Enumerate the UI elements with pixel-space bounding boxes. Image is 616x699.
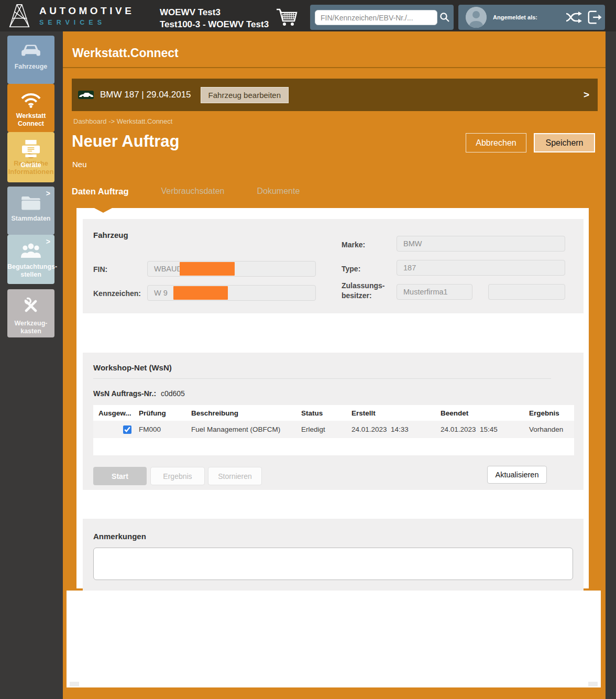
fin-label: FIN: bbox=[93, 265, 107, 275]
kennzeichen-label: Kennzeichen: bbox=[93, 289, 141, 299]
cell-status: Erledigt bbox=[296, 425, 346, 433]
table-empty-row bbox=[93, 438, 574, 455]
tools-icon bbox=[7, 297, 54, 318]
scroll-corner bbox=[70, 682, 79, 686]
zulassungsbesitzer-input[interactable] bbox=[397, 284, 472, 300]
car-icon bbox=[7, 43, 54, 61]
sidebar-item-stammdaten[interactable]: > Stammdaten bbox=[7, 187, 54, 235]
search-input[interactable] bbox=[315, 10, 437, 25]
zulassungsbesitzer-input-2[interactable] bbox=[488, 284, 565, 300]
wsn-auftrag-nr-label: WsN Auftrags-Nr.: bbox=[93, 389, 156, 398]
main-content-area: Werkstatt.Connect BMW 187 | 29.04.2015 F… bbox=[63, 31, 606, 699]
tab-content-panel: Fahrzeug FIN: Kennzeichen: Marke: Type: … bbox=[76, 208, 589, 588]
aktualisieren-button[interactable]: Aktualisieren bbox=[487, 466, 547, 484]
save-button[interactable]: Speichern bbox=[534, 133, 595, 152]
search-icon[interactable] bbox=[439, 12, 450, 25]
ergebnis-button[interactable]: Ergebnis bbox=[150, 467, 205, 485]
wsn-auftrag-nr-value: c0d605 bbox=[161, 389, 185, 398]
wsn-table: Ausgew... Prüfung Beschreibung Status Er… bbox=[93, 405, 574, 455]
col-header-erstellt: Erstellt bbox=[346, 409, 435, 417]
col-header-beschreibung: Beschreibung bbox=[186, 409, 296, 417]
section-title: Anmerkungen bbox=[93, 532, 146, 541]
redaction-block bbox=[173, 286, 228, 300]
vehicle-bar-label: BMW 187 | 29.04.2015 bbox=[100, 90, 191, 100]
car-side-icon bbox=[78, 91, 94, 99]
start-button[interactable]: Start bbox=[93, 467, 147, 485]
sidebar-item-werkstatt-connect[interactable]: Werkstatt Connect bbox=[7, 84, 54, 132]
col-header-pruefung: Prüfung bbox=[134, 409, 186, 417]
type-input[interactable] bbox=[397, 260, 565, 276]
row-checkbox-cell bbox=[93, 416, 134, 443]
chevron-right-icon: > bbox=[46, 189, 50, 198]
top-header: AUTOMOTIVE SERVICES WOEWV Test3 Test100-… bbox=[0, 0, 616, 31]
brand-text: AUTOMOTIVE SERVICES bbox=[39, 6, 134, 26]
sidebar-item-label: Stammdaten bbox=[7, 215, 54, 223]
wifi-icon bbox=[7, 91, 54, 110]
brand-line2: SERVICES bbox=[39, 19, 134, 26]
breadcrumb[interactable]: Dashboard -> Werkstatt.Connect bbox=[73, 117, 172, 125]
stornieren-button[interactable]: Stornieren bbox=[208, 467, 262, 485]
sidebar-item-werkzeugkasten[interactable]: Werkzeug- kasten bbox=[7, 289, 54, 337]
page-heading: Neuer Auftrag bbox=[72, 132, 180, 151]
edit-vehicle-button[interactable]: Fahrzeug bearbeiten bbox=[201, 87, 289, 103]
table-row[interactable]: FM000 Fuel Management (OBFCM) Erledigt 2… bbox=[93, 421, 574, 438]
cell-ergebnis: Vorhanden bbox=[524, 425, 574, 433]
header-title-line2: Test100-3 - WOEWV Test3 bbox=[160, 18, 269, 30]
sidebar-item-begutachtungsstellen[interactable]: > Begutachtungs- stellen bbox=[7, 235, 54, 284]
section-title: Workshop-Net (WsN) bbox=[93, 363, 172, 372]
redaction-block bbox=[180, 262, 235, 276]
chevron-right-icon[interactable]: > bbox=[584, 89, 589, 101]
sidebar-item-label: Begutachtungs- stellen bbox=[7, 263, 54, 279]
kennzeichen-input[interactable] bbox=[147, 285, 316, 301]
sidebar-item-label: Werkzeug- kasten bbox=[7, 320, 54, 335]
brand-line1: AUTOMOTIVE bbox=[39, 6, 134, 16]
cart-icon[interactable] bbox=[275, 6, 298, 28]
cell-beendet: 24.01.2023 15:45 bbox=[435, 425, 524, 433]
sidebar-item-label: Geräte bbox=[7, 161, 54, 169]
anmerkungen-textarea[interactable] bbox=[93, 548, 573, 580]
anmerkungen-section: Anmerkungen bbox=[83, 519, 584, 600]
active-tab-notch bbox=[94, 208, 112, 213]
wsn-row-checkbox[interactable] bbox=[123, 425, 131, 434]
zulassungsbesitzer-label: Zulassungs- besitzer: bbox=[342, 281, 384, 301]
sidebar-item-fahrzeuge[interactable]: Fahrzeuge bbox=[7, 36, 54, 84]
app-screen: AUTOMOTIVE SERVICES WOEWV Test3 Test100-… bbox=[0, 0, 616, 699]
tab-verbrauchsdaten[interactable]: Verbrauchsdaten bbox=[161, 187, 224, 196]
tab-dokumente[interactable]: Dokumente bbox=[257, 187, 300, 196]
type-label: Type: bbox=[342, 264, 360, 274]
switch-user-icon[interactable] bbox=[565, 11, 583, 24]
sidebar-item-label: Werkstatt Connect bbox=[7, 112, 54, 128]
cancel-button[interactable]: Abbrechen bbox=[466, 133, 526, 152]
marke-input[interactable] bbox=[397, 236, 565, 252]
wsn-auftrag-nr: WsN Auftrags-Nr.: c0d605 bbox=[93, 389, 185, 398]
cell-erstellt: 24.01.2023 14:33 bbox=[346, 425, 435, 433]
sidebar-item-label: Fahrzeuge bbox=[7, 63, 54, 71]
workshop-net-section: Workshop-Net (WsN) WsN Auftrags-Nr.: c0d… bbox=[83, 353, 584, 490]
lower-content-panel bbox=[67, 591, 601, 687]
logged-in-label: Angemeldet als: bbox=[493, 14, 537, 20]
header-title-line1: WOEWV Test3 bbox=[160, 6, 269, 18]
vehicle-bar[interactable]: BMW 187 | 29.04.2015 Fahrzeug bearbeiten… bbox=[72, 79, 598, 111]
col-header-beendet: Beendet bbox=[435, 409, 524, 417]
tab-daten-auftrag[interactable]: Daten Auftrag bbox=[72, 187, 128, 196]
header-user-group: Angemeldet als: bbox=[458, 5, 605, 30]
kennzeichen-field-wrap bbox=[147, 285, 316, 301]
chevron-right-icon: > bbox=[46, 237, 50, 246]
avatar bbox=[466, 7, 487, 28]
header-search-group bbox=[310, 5, 454, 30]
scroll-corner bbox=[588, 682, 598, 686]
sidebar-item-geraete[interactable]: S Rechtliche Informationen Geräte bbox=[7, 132, 54, 182]
page-subheading: Neu bbox=[72, 160, 87, 169]
col-header-ergebnis: Ergebnis bbox=[524, 409, 574, 417]
fahrzeug-section: Fahrzeug FIN: Kennzeichen: Marke: Type: … bbox=[83, 219, 584, 313]
brand-logo-icon bbox=[6, 3, 32, 31]
section-divider bbox=[93, 378, 551, 379]
page-title: Werkstatt.Connect bbox=[72, 46, 179, 60]
logout-icon[interactable] bbox=[587, 10, 602, 25]
marke-label: Marke: bbox=[342, 240, 365, 250]
title-divider bbox=[63, 67, 606, 68]
table-header-row: Ausgew... Prüfung Beschreibung Status Er… bbox=[93, 405, 574, 421]
section-title: Fahrzeug bbox=[93, 231, 128, 239]
printer-icon bbox=[7, 139, 54, 159]
tab-bar: Daten Auftrag Verbrauchsdaten Dokumente bbox=[72, 187, 300, 196]
